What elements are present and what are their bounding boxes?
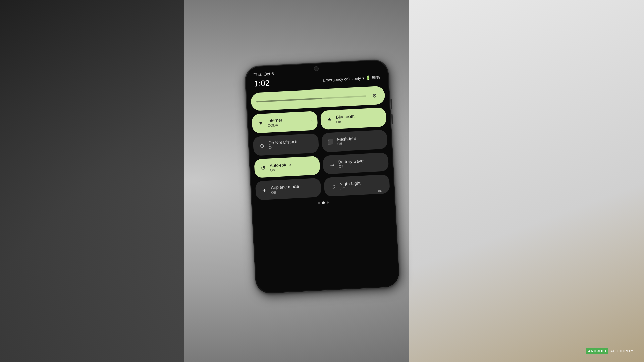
internet-tile[interactable]: ▼ Internet CODA ›: [252, 111, 318, 133]
background-right-wall: [409, 0, 644, 362]
status-time: 1:02: [254, 78, 270, 88]
internet-tile-text: Internet CODA: [267, 117, 283, 128]
status-emergency-text: Emergency calls only: [323, 76, 361, 83]
moon-icon: ☽: [329, 183, 336, 190]
wifi-signal-icon: ▾: [362, 76, 364, 80]
watermark: ANDROID AUTHORITY: [586, 348, 633, 354]
battery-percent: 55%: [372, 75, 380, 80]
do-not-disturb-tile[interactable]: ⊖ Do Not Disturb Off: [253, 133, 319, 156]
night-light-sublabel: Off: [340, 186, 361, 191]
phone-screen: Thu, Oct 6 1:02 Emergency calls only ▾ 🔋…: [245, 60, 399, 293]
battery-saver-tile[interactable]: ▭ Battery Saver Off: [323, 152, 389, 175]
bluetooth-icon: ★: [326, 117, 333, 123]
status-right-info: Emergency calls only ▾ 🔋 55%: [323, 75, 380, 83]
auto-rotate-tile-text: Auto-rotate On: [270, 162, 292, 173]
gear-icon: ⚙: [372, 92, 377, 99]
rotate-icon: ↺: [260, 165, 267, 171]
battery-saver-sublabel: Off: [338, 163, 365, 169]
bluetooth-tile-text: Bluetooth On: [336, 114, 355, 124]
battery-saver-icon: ▭: [328, 161, 335, 168]
phone-container: Thu, Oct 6 1:02 Emergency calls only ▾ 🔋…: [244, 59, 400, 294]
flashlight-tile[interactable]: ⬛ Flashlight Off: [321, 130, 388, 152]
internet-sublabel: CODA: [268, 123, 283, 128]
background-left-tv: [0, 0, 184, 362]
flashlight-icon: ⬛: [327, 139, 334, 145]
quick-settings-panel: ⚙ ▼ Internet CODA ›: [251, 86, 390, 208]
settings-gear-button[interactable]: ⚙: [369, 90, 380, 101]
flashlight-sublabel: Off: [337, 141, 356, 146]
page-indicators: ✏: [256, 198, 390, 208]
page-dot-3: [327, 202, 329, 204]
night-light-tile-text: Night Light Off: [339, 181, 361, 191]
auto-rotate-tile[interactable]: ↺ Auto-rotate On: [254, 156, 320, 178]
internet-chevron-icon: ›: [311, 118, 313, 123]
airplane-tile-text: Airplane mode Off: [271, 184, 299, 195]
flashlight-tile-text: Flashlight Off: [337, 136, 356, 147]
watermark-android: ANDROID: [586, 348, 608, 354]
airplane-icon: ✈: [261, 187, 268, 194]
battery-saver-tile-text: Battery Saver Off: [338, 158, 365, 169]
page-dot-2: [322, 201, 325, 204]
wifi-icon: ▼: [257, 120, 264, 127]
auto-rotate-sublabel: On: [270, 167, 291, 173]
airplane-mode-tile[interactable]: ✈ Airplane mode Off: [255, 178, 322, 200]
brightness-fill: [256, 98, 322, 102]
status-date: Thu, Oct 6: [253, 71, 274, 77]
brightness-slider[interactable]: [256, 95, 366, 102]
bluetooth-sublabel: On: [336, 119, 355, 124]
quick-settings-grid: ▼ Internet CODA › ★ Bluetooth On: [252, 107, 390, 200]
battery-icon: 🔋: [365, 75, 371, 80]
watermark-authority: AUTHORITY: [610, 349, 633, 353]
phone-body: Thu, Oct 6 1:02 Emergency calls only ▾ 🔋…: [244, 59, 400, 294]
bluetooth-tile[interactable]: ★ Bluetooth On: [320, 107, 387, 130]
edit-pencil-icon[interactable]: ✏: [377, 188, 382, 195]
dnd-tile-text: Do Not Disturb Off: [268, 139, 298, 150]
page-dot-1: [318, 202, 320, 204]
dnd-icon: ⊖: [258, 142, 265, 149]
